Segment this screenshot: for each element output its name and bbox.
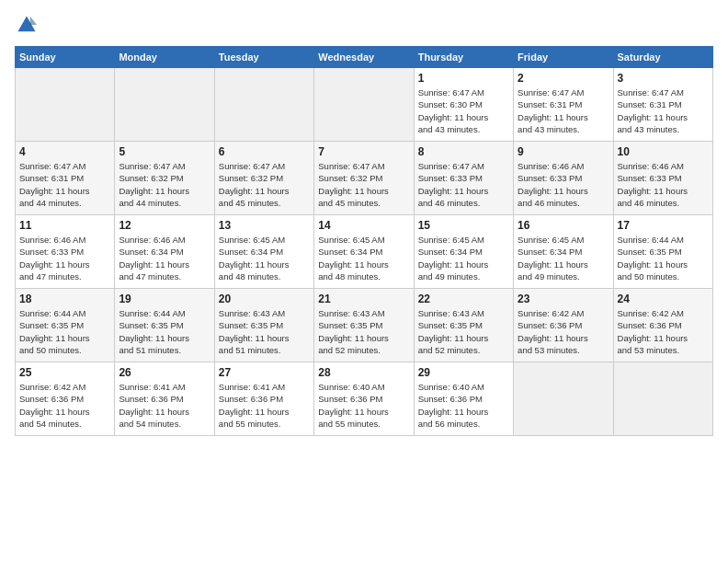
day-info: Sunrise: 6:40 AMSunset: 6:36 PMDaylight:… xyxy=(418,381,509,430)
calendar-cell xyxy=(115,68,214,142)
calendar-cell: 14Sunrise: 6:45 AMSunset: 6:34 PMDayligh… xyxy=(314,215,414,289)
calendar-cell: 2Sunrise: 6:47 AMSunset: 6:31 PMDaylight… xyxy=(514,68,613,142)
calendar-header: SundayMondayTuesdayWednesdayThursdayFrid… xyxy=(16,47,713,68)
calendar-cell: 18Sunrise: 6:44 AMSunset: 6:35 PMDayligh… xyxy=(16,289,115,362)
day-number: 19 xyxy=(119,293,210,305)
calendar-week-3: 11Sunrise: 6:46 AMSunset: 6:33 PMDayligh… xyxy=(16,215,713,289)
day-info: Sunrise: 6:45 AMSunset: 6:34 PMDaylight:… xyxy=(518,234,609,282)
day-number: 14 xyxy=(318,219,409,232)
calendar-cell: 4Sunrise: 6:47 AMSunset: 6:31 PMDaylight… xyxy=(16,142,115,215)
day-info: Sunrise: 6:43 AMSunset: 6:35 PMDaylight:… xyxy=(219,307,310,356)
svg-marker-1 xyxy=(30,16,37,25)
day-info: Sunrise: 6:47 AMSunset: 6:33 PMDaylight:… xyxy=(418,160,509,209)
day-number: 18 xyxy=(19,293,110,305)
day-info: Sunrise: 6:43 AMSunset: 6:35 PMDaylight:… xyxy=(418,307,509,356)
day-info: Sunrise: 6:42 AMSunset: 6:36 PMDaylight:… xyxy=(618,307,709,356)
day-info: Sunrise: 6:43 AMSunset: 6:35 PMDaylight:… xyxy=(318,307,409,356)
calendar-table: SundayMondayTuesdayWednesdayThursdayFrid… xyxy=(15,46,713,436)
calendar-cell: 19Sunrise: 6:44 AMSunset: 6:35 PMDayligh… xyxy=(115,289,214,362)
calendar-cell: 26Sunrise: 6:41 AMSunset: 6:36 PMDayligh… xyxy=(115,362,214,436)
day-info: Sunrise: 6:45 AMSunset: 6:34 PMDaylight:… xyxy=(418,234,509,282)
day-info: Sunrise: 6:47 AMSunset: 6:32 PMDaylight:… xyxy=(119,160,210,209)
day-info: Sunrise: 6:45 AMSunset: 6:34 PMDaylight:… xyxy=(219,234,310,282)
day-header-saturday: Saturday xyxy=(613,47,712,68)
day-number: 22 xyxy=(418,293,509,305)
calendar-cell: 6Sunrise: 6:47 AMSunset: 6:32 PMDaylight… xyxy=(214,142,313,215)
calendar-cell: 11Sunrise: 6:46 AMSunset: 6:33 PMDayligh… xyxy=(16,215,115,289)
day-number: 24 xyxy=(618,293,709,305)
logo xyxy=(15,15,40,39)
day-info: Sunrise: 6:44 AMSunset: 6:35 PMDaylight:… xyxy=(19,307,110,356)
day-number: 7 xyxy=(318,145,409,158)
day-number: 29 xyxy=(418,366,509,379)
calendar-cell: 5Sunrise: 6:47 AMSunset: 6:32 PMDaylight… xyxy=(115,142,214,215)
day-info: Sunrise: 6:41 AMSunset: 6:36 PMDaylight:… xyxy=(119,381,210,430)
calendar-cell xyxy=(16,68,115,142)
day-number: 1 xyxy=(418,72,509,85)
day-header-thursday: Thursday xyxy=(414,47,513,68)
calendar-cell: 3Sunrise: 6:47 AMSunset: 6:31 PMDaylight… xyxy=(613,68,712,142)
day-number: 28 xyxy=(318,366,409,379)
calendar-cell: 25Sunrise: 6:42 AMSunset: 6:36 PMDayligh… xyxy=(16,362,115,436)
day-number: 12 xyxy=(119,219,210,232)
day-info: Sunrise: 6:47 AMSunset: 6:31 PMDaylight:… xyxy=(518,86,609,135)
day-number: 16 xyxy=(518,219,609,232)
day-number: 25 xyxy=(19,366,110,379)
day-info: Sunrise: 6:42 AMSunset: 6:36 PMDaylight:… xyxy=(518,307,609,356)
day-number: 27 xyxy=(219,366,310,379)
day-info: Sunrise: 6:47 AMSunset: 6:31 PMDaylight:… xyxy=(618,86,709,135)
calendar-cell: 28Sunrise: 6:40 AMSunset: 6:36 PMDayligh… xyxy=(314,362,414,436)
day-number: 2 xyxy=(518,72,609,85)
calendar-cell xyxy=(613,362,712,436)
calendar-cell: 24Sunrise: 6:42 AMSunset: 6:36 PMDayligh… xyxy=(613,289,712,362)
day-header-wednesday: Wednesday xyxy=(314,47,414,68)
calendar-week-1: 1Sunrise: 6:47 AMSunset: 6:30 PMDaylight… xyxy=(16,68,713,142)
calendar-cell: 22Sunrise: 6:43 AMSunset: 6:35 PMDayligh… xyxy=(414,289,513,362)
calendar-cell: 17Sunrise: 6:44 AMSunset: 6:35 PMDayligh… xyxy=(613,215,712,289)
day-info: Sunrise: 6:46 AMSunset: 6:33 PMDaylight:… xyxy=(19,234,110,282)
calendar-cell: 20Sunrise: 6:43 AMSunset: 6:35 PMDayligh… xyxy=(214,289,313,362)
calendar-cell: 8Sunrise: 6:47 AMSunset: 6:33 PMDaylight… xyxy=(414,142,513,215)
calendar-body: 1Sunrise: 6:47 AMSunset: 6:30 PMDaylight… xyxy=(16,68,713,436)
day-number: 11 xyxy=(19,219,110,232)
calendar-cell: 10Sunrise: 6:46 AMSunset: 6:33 PMDayligh… xyxy=(613,142,712,215)
day-number: 26 xyxy=(119,366,210,379)
day-header-friday: Friday xyxy=(514,47,613,68)
calendar-cell: 23Sunrise: 6:42 AMSunset: 6:36 PMDayligh… xyxy=(514,289,613,362)
calendar-cell xyxy=(514,362,613,436)
day-info: Sunrise: 6:42 AMSunset: 6:36 PMDaylight:… xyxy=(19,381,110,430)
calendar-cell xyxy=(214,68,313,142)
day-number: 10 xyxy=(618,145,709,158)
calendar-cell: 21Sunrise: 6:43 AMSunset: 6:35 PMDayligh… xyxy=(314,289,414,362)
day-info: Sunrise: 6:45 AMSunset: 6:34 PMDaylight:… xyxy=(318,234,409,282)
day-number: 3 xyxy=(618,72,709,85)
day-info: Sunrise: 6:47 AMSunset: 6:31 PMDaylight:… xyxy=(19,160,110,209)
day-number: 9 xyxy=(518,145,609,158)
calendar-week-5: 25Sunrise: 6:42 AMSunset: 6:36 PMDayligh… xyxy=(16,362,713,436)
day-info: Sunrise: 6:44 AMSunset: 6:35 PMDaylight:… xyxy=(618,234,709,282)
calendar-cell: 7Sunrise: 6:47 AMSunset: 6:32 PMDaylight… xyxy=(314,142,414,215)
day-number: 13 xyxy=(219,219,310,232)
calendar-week-4: 18Sunrise: 6:44 AMSunset: 6:35 PMDayligh… xyxy=(16,289,713,362)
page-header xyxy=(15,15,713,39)
logo-icon xyxy=(17,15,37,35)
day-number: 8 xyxy=(418,145,509,158)
calendar-cell: 15Sunrise: 6:45 AMSunset: 6:34 PMDayligh… xyxy=(414,215,513,289)
day-info: Sunrise: 6:46 AMSunset: 6:34 PMDaylight:… xyxy=(119,234,210,282)
day-info: Sunrise: 6:46 AMSunset: 6:33 PMDaylight:… xyxy=(518,160,609,209)
day-number: 17 xyxy=(618,219,709,232)
calendar-cell: 1Sunrise: 6:47 AMSunset: 6:30 PMDaylight… xyxy=(414,68,513,142)
day-header-tuesday: Tuesday xyxy=(214,47,313,68)
calendar-cell: 13Sunrise: 6:45 AMSunset: 6:34 PMDayligh… xyxy=(214,215,313,289)
day-number: 15 xyxy=(418,219,509,232)
calendar-cell: 16Sunrise: 6:45 AMSunset: 6:34 PMDayligh… xyxy=(514,215,613,289)
day-number: 4 xyxy=(19,145,110,158)
calendar-week-2: 4Sunrise: 6:47 AMSunset: 6:31 PMDaylight… xyxy=(16,142,713,215)
calendar-cell: 27Sunrise: 6:41 AMSunset: 6:36 PMDayligh… xyxy=(214,362,313,436)
day-header-sunday: Sunday xyxy=(16,47,115,68)
day-number: 23 xyxy=(518,293,609,305)
day-info: Sunrise: 6:46 AMSunset: 6:33 PMDaylight:… xyxy=(618,160,709,209)
calendar-cell xyxy=(314,68,414,142)
day-number: 5 xyxy=(119,145,210,158)
day-info: Sunrise: 6:41 AMSunset: 6:36 PMDaylight:… xyxy=(219,381,310,430)
